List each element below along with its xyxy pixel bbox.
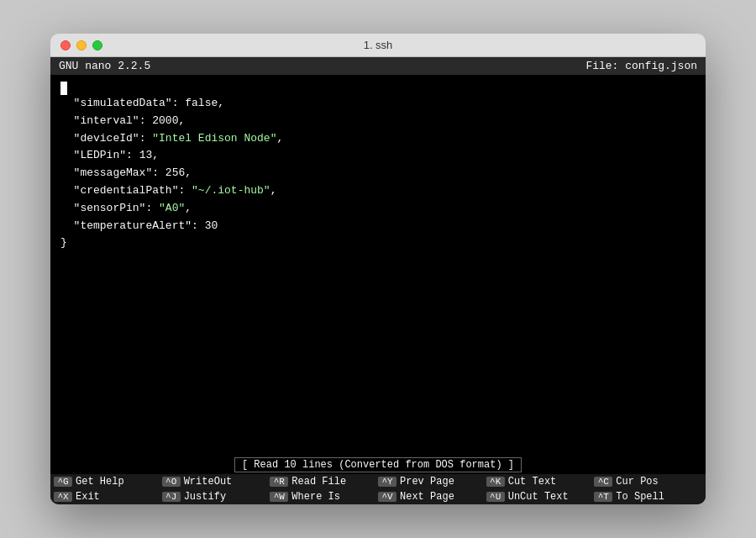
shortcut-exit[interactable]: ^X Exit	[54, 491, 162, 503]
terminal-window: 1. ssh GNU nano 2.2.5 File: config.json …	[50, 34, 706, 504]
label-prev-page: Prev Page	[400, 476, 454, 488]
shortcut-get-help[interactable]: ^G Get Help	[54, 476, 162, 488]
label-uncut-text: UnCut Text	[508, 491, 569, 503]
key-exit: ^X	[54, 492, 72, 502]
shortcut-cur-pos[interactable]: ^C Cur Pos	[594, 476, 702, 488]
editor-line-5: "LEDPin": 13,	[60, 147, 696, 165]
minimize-button[interactable]	[76, 40, 87, 50]
shortcut-row-1: ^G Get Help ^O WriteOut ^R Read File ^Y …	[50, 474, 706, 489]
maximize-button[interactable]	[92, 40, 102, 50]
shortcut-cut-text[interactable]: ^K Cut Text	[486, 476, 595, 488]
shortcut-justify[interactable]: ^J Justify	[162, 491, 270, 503]
editor-line-9: "temperatureAlert": 30	[60, 218, 696, 235]
editor-line-10: }	[60, 235, 696, 252]
label-to-spell: To Spell	[616, 491, 664, 503]
key-uncut-text: ^U	[486, 492, 505, 502]
window-title: 1. ssh	[364, 39, 393, 51]
editor-line-6: "messageMax": 256,	[60, 165, 696, 182]
cursor-line	[60, 82, 696, 95]
key-get-help: ^G	[54, 477, 72, 487]
shortcut-to-spell[interactable]: ^T To Spell	[594, 491, 702, 503]
status-message: [ Read 10 lines (Converted from DOS form…	[234, 457, 522, 472]
nano-version: GNU nano 2.2.5	[59, 60, 150, 72]
key-next-page: ^V	[378, 492, 396, 502]
label-where-is: Where Is	[291, 491, 340, 503]
traffic-lights	[60, 40, 102, 50]
close-button[interactable]	[60, 40, 71, 50]
editor-line-4: "deviceId": "Intel Edison Node",	[60, 130, 696, 148]
label-read-file: Read File	[291, 476, 346, 488]
label-justify: Justify	[184, 491, 226, 503]
editor-line-3: "interval": 2000,	[60, 113, 696, 130]
editor-line-2: "simulatedData": false,	[60, 95, 696, 113]
label-next-page: Next Page	[400, 491, 454, 503]
editor-area[interactable]: "simulatedData": false, "interval": 2000…	[50, 75, 706, 456]
shortcut-writeout[interactable]: ^O WriteOut	[162, 476, 270, 488]
label-exit: Exit	[76, 491, 100, 503]
key-writeout: ^O	[162, 477, 181, 487]
shortcut-read-file[interactable]: ^R Read File	[270, 476, 378, 488]
terminal-body: GNU nano 2.2.5 File: config.json "simula…	[50, 57, 706, 504]
editor-line-8: "sensorPin": "A0",	[60, 200, 696, 218]
key-where-is: ^W	[270, 492, 288, 502]
text-cursor	[60, 82, 67, 95]
status-bar: [ Read 10 lines (Converted from DOS form…	[50, 456, 706, 474]
title-bar: 1. ssh	[50, 34, 706, 57]
label-cut-text: Cut Text	[508, 476, 557, 488]
key-to-spell: ^T	[594, 492, 612, 502]
key-cut-text: ^K	[486, 477, 505, 487]
key-prev-page: ^Y	[378, 477, 396, 487]
editor-line-7: "credentialPath": "~/.iot-hub",	[60, 182, 696, 200]
shortcut-next-page[interactable]: ^V Next Page	[378, 491, 486, 503]
key-cur-pos: ^C	[594, 477, 612, 487]
nano-filename: File: config.json	[585, 60, 697, 72]
key-justify: ^J	[162, 492, 181, 502]
key-read-file: ^R	[270, 477, 288, 487]
label-writeout: WriteOut	[184, 476, 233, 488]
shortcut-prev-page[interactable]: ^Y Prev Page	[378, 476, 486, 488]
shortcut-bar: ^G Get Help ^O WriteOut ^R Read File ^Y …	[50, 474, 706, 504]
nano-header: GNU nano 2.2.5 File: config.json	[50, 57, 706, 75]
label-get-help: Get Help	[76, 476, 124, 488]
shortcut-where-is[interactable]: ^W Where Is	[270, 491, 378, 503]
shortcut-uncut-text[interactable]: ^U UnCut Text	[486, 491, 595, 503]
label-cur-pos: Cur Pos	[616, 476, 658, 488]
shortcut-row-2: ^X Exit ^J Justify ^W Where Is ^V Next P…	[50, 489, 706, 504]
